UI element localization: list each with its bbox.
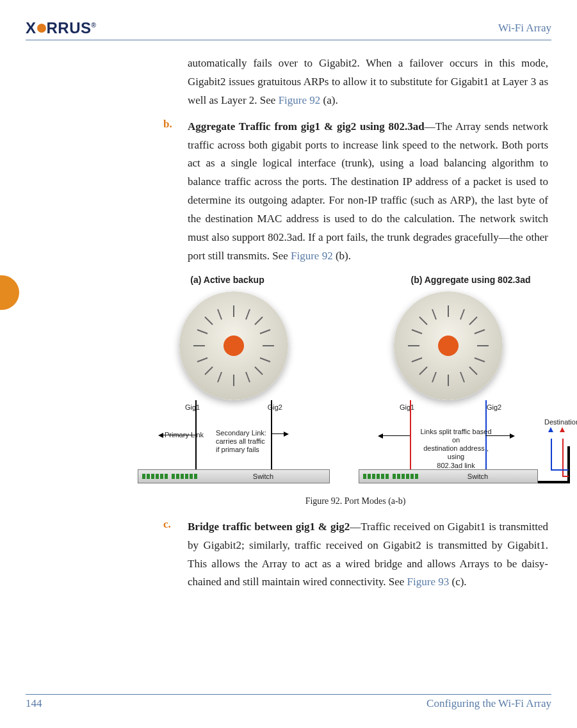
secondary-l2: carries all traffic: [216, 437, 265, 445]
header-title: Wi-Fi Array: [498, 22, 551, 35]
wifi-array-icon: [394, 291, 503, 400]
split-l1: Links split traffic based on: [420, 428, 491, 444]
trunk-red-branch: [562, 476, 569, 477]
diagram-b: Gig1 Gig2 Links split traffic based on d…: [359, 291, 570, 490]
wire-secondary: [271, 400, 272, 469]
trunk-blue-branch: [551, 469, 569, 471]
gig1-label-a: Gig1: [185, 403, 200, 411]
arrow-line-right-b: [485, 435, 510, 436]
arrow-right-icon: [510, 433, 515, 439]
figure-93-link[interactable]: Figure 93: [407, 576, 450, 588]
item-b-end: (b).: [333, 250, 351, 262]
content-after-figure: c. Bridge traffic between gig1 & gig2—Tr…: [163, 518, 548, 592]
figure-title-a: (a) Active backup: [138, 275, 317, 285]
figure-92-link-a[interactable]: Figure 92: [279, 94, 321, 106]
svg-point-1: [223, 336, 244, 356]
figure-titles: (a) Active backup (b) Aggregate using 80…: [138, 275, 573, 285]
svg-point-19: [438, 336, 459, 356]
switch-a: Switch: [138, 469, 330, 483]
page-number: 144: [26, 697, 42, 710]
switch-label-a: Switch: [197, 473, 329, 480]
para-a-end: (a).: [320, 94, 337, 106]
trunk-vert: [567, 446, 570, 483]
item-b-letter: b.: [163, 118, 176, 266]
split-l2: destination address , using: [423, 444, 489, 460]
item-c-end: (c).: [449, 576, 466, 588]
diagram-row: Gig1 Gig2 Primary Link Secondary Link: c…: [138, 291, 573, 490]
arrow-left-icon: [158, 433, 163, 438]
item-c-letter: c.: [163, 518, 176, 592]
figure-92: (a) Active backup (b) Aggregate using 80…: [138, 275, 573, 506]
secondary-l3: if primary fails: [216, 446, 259, 453]
list-item-c: c. Bridge traffic between gig1 & gig2—Tr…: [163, 518, 548, 592]
arrow-left-icon: [378, 433, 383, 439]
item-b-text: The Array sends network traffic across b…: [188, 120, 548, 262]
dest-arrow-blue-icon: [548, 427, 553, 432]
page-footer: 144 Configuring the Wi-Fi Array: [26, 694, 551, 710]
arrow-line-secondary: [271, 433, 284, 434]
para-a-text: automatically fails over to Gigabit2. Wh…: [188, 57, 548, 106]
logo-reg: ®: [92, 22, 97, 29]
item-b-dash: —: [425, 120, 435, 133]
item-b-body: Aggregate Traffic from gig1 & gig2 using…: [188, 118, 548, 266]
secondary-l1: Secondary Link:: [216, 429, 266, 437]
secondary-link-label: Secondary Link: carries all traffic if p…: [216, 429, 266, 455]
trunk-line: [538, 481, 570, 483]
page-body: XRRUS® Wi-Fi Array automatically fails o…: [0, 0, 577, 728]
footer-title: Configuring the Wi-Fi Array: [427, 697, 551, 710]
figure-title-b: (b) Aggregate using 802.3ad: [375, 275, 567, 285]
diagram-a: Gig1 Gig2 Primary Link Secondary Link: c…: [138, 291, 330, 490]
gig2-label-a: Gig2: [268, 403, 282, 411]
switch-b: Switch: [359, 469, 538, 483]
wifi-array-icon: [179, 291, 288, 400]
switch-label-b: Switch: [418, 473, 537, 480]
destinations-label: Destinations: [544, 418, 577, 426]
dest-arrow-red-icon: [560, 427, 565, 432]
switch-ports-icon: [363, 474, 418, 479]
item-c-dash: —: [350, 521, 361, 533]
wire-gig1-red: [410, 400, 411, 469]
figure-92-link-b[interactable]: Figure 92: [291, 250, 333, 262]
gig2-label-b: Gig2: [487, 403, 501, 411]
main-content: automatically fails over to Gigabit2. Wh…: [163, 54, 548, 266]
switch-ports-icon: [142, 474, 197, 479]
page-header: XRRUS® Wi-Fi Array: [26, 19, 551, 40]
primary-link-label: Primary Link: [165, 431, 204, 439]
item-c-body: Bridge traffic between gig1 & gig2—Traff…: [188, 518, 548, 592]
arrow-right-icon: [284, 432, 289, 437]
figure-caption: Figure 92. Port Modes (a-b): [138, 496, 573, 506]
dest-line-blue: [551, 439, 552, 469]
arrow-line-left-b: [383, 435, 410, 436]
logo-text: XRRUS®: [26, 19, 96, 37]
logo: XRRUS®: [26, 19, 96, 37]
item-b-title: Aggregate Traffic from gig1 & gig2 using…: [188, 120, 425, 133]
gig1-label-b: Gig1: [400, 403, 414, 411]
paragraph-a-continued: automatically fails over to Gigabit2. Wh…: [188, 54, 548, 110]
list-item-b: b. Aggregate Traffic from gig1 & gig2 us…: [163, 118, 548, 266]
item-c-title: Bridge traffic between gig1 & gig2: [188, 521, 350, 533]
